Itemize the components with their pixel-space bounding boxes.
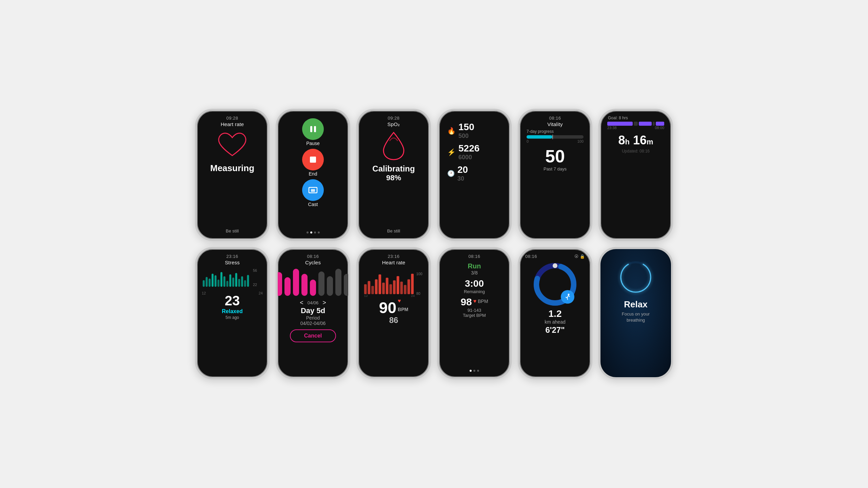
svg-rect-26: [386, 278, 389, 294]
active-minutes-item: 🕐 20 30: [447, 164, 501, 182]
progress-bar-fill: [527, 135, 552, 139]
sleep-end-time: 08:00: [655, 126, 664, 130]
progress-marker: [552, 135, 553, 139]
period-label: Period: [306, 315, 320, 321]
vitality-title: Vitality: [547, 121, 563, 127]
svg-rect-5: [217, 280, 219, 287]
svg-rect-29: [397, 276, 399, 294]
stress-title: Stress: [225, 260, 240, 265]
sleep-goal: Goal: 8 hrs: [608, 116, 628, 120]
action-buttons: Pause End: [282, 118, 344, 207]
svg-text:80: 80: [416, 291, 420, 296]
calories-goal: 500: [458, 133, 474, 140]
sleep-segment-sleep3: [656, 122, 664, 126]
stress-status: Relaxed: [222, 308, 242, 314]
svg-rect-20: [364, 284, 367, 294]
calories-item: 🔥 150 500: [447, 122, 501, 140]
pause-button[interactable]: [302, 118, 324, 140]
km-value: 1.2: [549, 308, 562, 319]
svg-rect-13: [241, 276, 243, 287]
svg-rect-23: [375, 279, 378, 294]
svg-rect-25: [382, 283, 385, 294]
cycle-bar-9: [344, 274, 350, 296]
period-dates: 04/02-04/06: [300, 321, 326, 326]
cycle-bar-8: [335, 269, 341, 296]
svg-text:56: 56: [253, 268, 257, 272]
end-button[interactable]: [302, 149, 324, 170]
svg-rect-12: [238, 279, 240, 287]
sleep-segment-awake: [634, 122, 638, 126]
watch-heart-rate: 09:28 Heart rate Measuring Be still: [195, 109, 270, 241]
bpm-label: BPM: [398, 307, 408, 312]
cycles-time: 08:16: [307, 254, 319, 259]
vitality-score-sub: Past 7 days: [544, 166, 567, 171]
watch-relax: Relax Focus on your breathing: [598, 247, 673, 379]
run-dot-3: [477, 370, 479, 372]
cycles-title: Cycles: [305, 260, 321, 265]
cycles-navigation: < 04/06 >: [300, 299, 326, 306]
run-time: 08:16: [468, 254, 480, 259]
column-5: 08:16 Vitality 7-day progress 0 100 50 P…: [518, 109, 592, 379]
km-label: km ahead: [545, 319, 565, 325]
column-6: Goal: 8 hrs 23:38 08:00 8h 16m Updated: …: [598, 109, 673, 379]
cast-label: Cast: [308, 202, 318, 207]
watch-spo2: 09:28 SpO₂ Calibrating 98% Be still: [356, 109, 431, 241]
dot-1: [307, 231, 309, 233]
vitality-score: 50: [545, 146, 565, 166]
cast-button[interactable]: [302, 179, 324, 201]
svg-rect-27: [389, 284, 392, 294]
svg-rect-22: [371, 286, 374, 294]
sleep-start-time: 23:38: [607, 126, 617, 130]
svg-text:100: 100: [416, 272, 422, 276]
dial-header: 08:16 ⦿ 🔒: [524, 254, 586, 259]
watch-activity: 🔥 150 500 ⚡ 5226 6000 �: [437, 109, 512, 241]
next-button[interactable]: >: [322, 299, 326, 306]
vitality-progress: 7-day progress 0 100: [524, 129, 586, 143]
cancel-button[interactable]: Cancel: [290, 329, 336, 342]
sleep-segment-awake2: [653, 122, 655, 126]
svg-rect-14: [244, 280, 246, 287]
page-dots: [307, 231, 320, 236]
run-dot-1: [470, 370, 472, 372]
watch-heart-rate-graph: 23:16 Heart rate: [356, 247, 431, 379]
nav-date: 04/06: [308, 300, 319, 305]
svg-rect-10: [232, 278, 234, 287]
progress-max: 100: [577, 139, 584, 143]
calibrating-label: Calibrating: [372, 164, 415, 174]
calories-value: 150: [458, 122, 474, 133]
bluetooth-icon: ⦿: [574, 254, 578, 259]
cast-action[interactable]: Cast: [302, 179, 324, 207]
watch-cycles: 08:16 Cycles < 04/06 >: [276, 247, 350, 379]
chart-min: 12: [202, 291, 206, 295]
svg-rect-30: [400, 282, 403, 294]
svg-rect-9: [229, 274, 231, 287]
relax-title: Relax: [624, 299, 647, 310]
stress-time: 23:16: [226, 254, 238, 259]
running-icon: [564, 293, 571, 301]
watches-container: 09:28 Heart rate Measuring Be still 23:1…: [181, 95, 687, 393]
pace-value: 6'27": [545, 325, 565, 335]
run-button[interactable]: [561, 290, 574, 304]
run-bpm-val: 98: [460, 296, 472, 308]
spo2-time: 09:28: [388, 116, 399, 121]
progress-labels: 0 100: [527, 139, 584, 143]
stress-chart: 56 22 12 24: [201, 267, 263, 290]
prev-button[interactable]: <: [300, 299, 303, 306]
pause-action[interactable]: Pause: [302, 118, 324, 146]
svg-rect-2: [209, 279, 211, 287]
dot-2: [310, 231, 312, 233]
target-bpm-label: Target BPM: [463, 313, 486, 318]
svg-rect-19: [311, 189, 315, 192]
end-action[interactable]: End: [302, 149, 324, 177]
sleep-duration: 8h 16m: [618, 133, 653, 147]
calibrating-pct: 98%: [386, 174, 401, 182]
run-activity-label: Run: [468, 262, 481, 270]
activity-metrics: 🔥 150 500 ⚡ 5226 6000 �: [444, 119, 505, 185]
svg-rect-7: [223, 276, 225, 287]
svg-rect-28: [393, 280, 396, 294]
sleep-hours-unit: h: [625, 138, 629, 146]
heart-bpm-icon: ♥: [473, 298, 477, 304]
svg-rect-21: [368, 281, 370, 294]
svg-point-40: [553, 263, 557, 268]
svg-rect-31: [404, 285, 407, 294]
